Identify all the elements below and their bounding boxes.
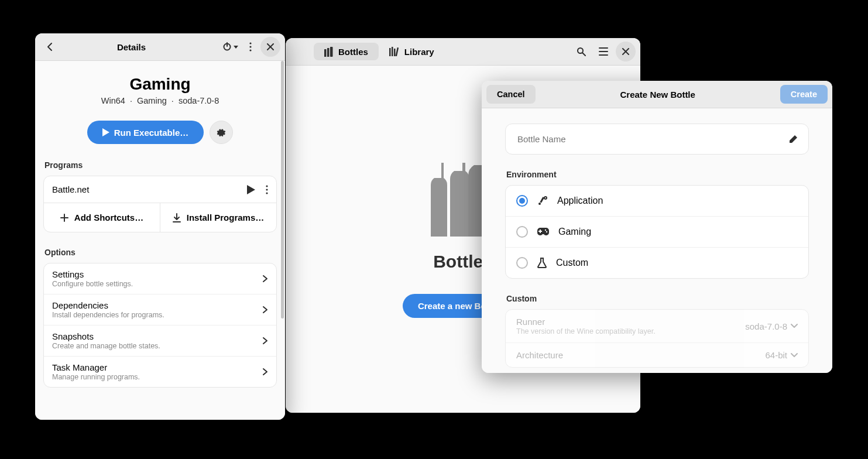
tab-library[interactable]: Library	[379, 43, 445, 60]
bottle-name-input[interactable]	[516, 133, 788, 145]
play-icon[interactable]	[247, 185, 255, 194]
meta-runner: soda-7.0-8	[179, 96, 219, 105]
kebab-button[interactable]	[241, 37, 260, 57]
gamepad-icon	[537, 228, 549, 236]
svg-rect-0	[324, 49, 327, 57]
svg-point-25	[266, 189, 267, 190]
details-close-button[interactable]	[260, 37, 280, 57]
architecture-row[interactable]: Architecture 64-bit	[506, 342, 808, 367]
svg-rect-3	[389, 48, 391, 56]
close-button[interactable]	[616, 42, 636, 61]
svg-marker-23	[247, 185, 255, 194]
radio-gaming[interactable]	[516, 226, 528, 238]
bottle-name: Gaming	[43, 75, 277, 94]
hamburger-icon	[599, 47, 608, 56]
svg-point-19	[249, 49, 251, 51]
close-icon	[622, 48, 629, 55]
scrollbar[interactable]	[280, 61, 285, 420]
meta-category: Gaming	[137, 96, 167, 105]
create-header: Cancel Create New Bottle Create	[482, 81, 832, 108]
option-snapshots[interactable]: Snapshots Create and manage bottle state…	[44, 325, 276, 356]
svg-line-8	[583, 53, 586, 56]
details-window: Details Gaming Win64 · Gaming · soda-7.0…	[35, 33, 285, 420]
option-settings[interactable]: Settings Configure bottle settings.	[44, 263, 276, 294]
chevron-right-icon	[262, 368, 268, 376]
svg-marker-16	[234, 46, 238, 49]
install-programs-button[interactable]: Install Programs…	[160, 203, 276, 232]
option-title: Settings	[52, 269, 133, 279]
svg-point-37	[546, 231, 547, 232]
application-icon	[537, 196, 548, 206]
option-task-manager[interactable]: Task Manager Manage running programs.	[44, 356, 276, 387]
search-button[interactable]	[571, 42, 591, 61]
environment-card: Application Gaming Custom	[505, 185, 809, 279]
flask-icon	[537, 258, 547, 268]
svg-rect-2	[330, 47, 333, 57]
run-executable-label: Run Executable…	[114, 128, 189, 138]
radio-application[interactable]	[516, 195, 528, 207]
edit-icon	[788, 135, 798, 144]
install-programs-label: Install Programs…	[187, 213, 265, 222]
tab-group: Bottles Library	[314, 43, 445, 60]
tab-library-label: Library	[404, 47, 434, 57]
program-row[interactable]: Battle.net	[44, 176, 276, 203]
create-dialog-title: Create New Bottle	[536, 90, 780, 100]
cancel-button[interactable]: Cancel	[486, 85, 536, 104]
power-menu-button[interactable]	[221, 37, 241, 57]
option-dependencies[interactable]: Dependencies Install dependencies for pr…	[44, 294, 276, 325]
chevron-down-icon	[791, 353, 798, 358]
create-button[interactable]: Create	[780, 85, 828, 104]
environment-label: Environment	[506, 170, 808, 179]
option-subtitle: Configure bottle settings.	[52, 280, 133, 288]
runner-row[interactable]: Runner The version of the Wine compatibi…	[506, 310, 808, 342]
chevron-down-icon	[791, 324, 798, 328]
programs-section-label: Programs	[44, 160, 276, 170]
svg-rect-32	[540, 197, 544, 203]
programs-card: Battle.net Add Shortcuts…	[43, 176, 277, 232]
chevron-right-icon	[262, 337, 268, 345]
custom-card: Runner The version of the Wine compatibi…	[505, 309, 809, 368]
arch-title: Architecture	[516, 350, 563, 360]
option-title: Snapshots	[52, 331, 160, 341]
details-header-title: Details	[42, 42, 221, 52]
bottle-settings-button[interactable]	[210, 121, 233, 144]
svg-rect-5	[394, 49, 396, 56]
create-bottle-dialog: Cancel Create New Bottle Create Environm…	[482, 81, 832, 373]
env-label: Custom	[556, 258, 588, 268]
option-subtitle: Install dependencies for programs.	[52, 311, 164, 319]
runner-title: Runner	[516, 317, 656, 327]
chevron-right-icon	[262, 275, 268, 283]
kebab-icon[interactable]	[266, 185, 268, 194]
svg-point-24	[266, 185, 267, 187]
env-custom[interactable]: Custom	[506, 247, 808, 278]
env-application[interactable]: Application	[506, 186, 808, 216]
add-shortcuts-button[interactable]: Add Shortcuts…	[44, 203, 160, 232]
runner-subtitle: The version of the Wine compatibility la…	[516, 327, 656, 335]
option-subtitle: Create and manage bottle states.	[52, 342, 160, 350]
svg-point-31	[538, 203, 541, 205]
download-icon	[173, 213, 181, 222]
library-icon	[389, 47, 400, 56]
env-gaming[interactable]: Gaming	[506, 216, 808, 247]
custom-label: Custom	[506, 294, 808, 303]
scrollbar-thumb[interactable]	[281, 61, 284, 318]
bottle-meta: Win64 · Gaming · soda-7.0-8	[43, 96, 277, 105]
runner-value: soda-7.0-8	[745, 321, 787, 331]
svg-rect-4	[392, 47, 393, 56]
search-icon	[577, 47, 586, 56]
bottle-name-field[interactable]	[505, 124, 809, 155]
svg-point-7	[578, 48, 583, 53]
tab-bottles[interactable]: Bottles	[314, 43, 379, 60]
program-name: Battle.net	[52, 184, 89, 194]
svg-rect-1	[327, 48, 330, 57]
close-icon	[267, 43, 274, 50]
radio-custom[interactable]	[516, 257, 528, 269]
tab-bottles-label: Bottles	[338, 47, 368, 57]
bottles-icon	[324, 46, 334, 57]
kebab-icon	[249, 42, 252, 52]
play-icon	[102, 128, 109, 136]
svg-marker-22	[102, 128, 109, 136]
run-executable-button[interactable]: Run Executable…	[87, 121, 204, 144]
svg-point-18	[249, 46, 251, 47]
menu-button[interactable]	[593, 42, 613, 61]
